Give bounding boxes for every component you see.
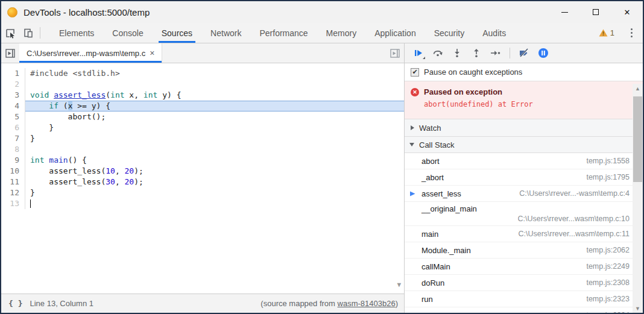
step-button[interactable]	[487, 45, 505, 61]
call-stack-frame-assert_less[interactable]: assert_lessC:\Users\rrever...-wasm\temp.…	[405, 186, 643, 202]
frame-location: temp.js:2062	[586, 246, 630, 254]
tab-security[interactable]: Security	[425, 23, 474, 43]
step-out-button[interactable]	[467, 45, 485, 61]
call-stack-frame-abort[interactable]: aborttemp.js:1558	[405, 153, 643, 169]
tab-audits[interactable]: Audits	[473, 23, 515, 43]
call-stack-frame-main[interactable]: mainC:\Users\rrever...wasm\temp.c:11	[405, 226, 643, 242]
code-line-2[interactable]: 2	[1, 79, 404, 90]
inspect-element-icon[interactable]	[1, 23, 19, 43]
pause-on-caught-checkbox[interactable]: ✔	[411, 68, 419, 77]
line-number[interactable]: 12	[1, 187, 25, 198]
code-line-5[interactable]: 5 abort();	[1, 111, 404, 122]
show-debugger-sidebar-icon[interactable]	[386, 43, 404, 63]
tab-application[interactable]: Application	[365, 23, 425, 43]
tab-memory[interactable]: Memory	[317, 23, 366, 43]
code-text: void assert_less(int x, int y) {	[25, 90, 404, 101]
debugger-sidebar: ✔ Pause on caught exceptions ✕ Paused on…	[405, 43, 643, 313]
tab-network[interactable]: Network	[201, 23, 250, 43]
code-line-1[interactable]: 1#include <stdlib.h>	[1, 68, 404, 79]
deactivate-breakpoints-button[interactable]	[515, 45, 533, 61]
line-number[interactable]: 5	[1, 111, 25, 122]
frame-name: assert_less	[421, 189, 461, 198]
collapse-arrow-icon	[411, 125, 414, 130]
code-line-13[interactable]: 13	[1, 198, 404, 209]
current-frame-arrow-icon	[409, 190, 416, 198]
line-number[interactable]: 1	[1, 68, 25, 79]
scroll-up-icon[interactable]: ▲	[633, 84, 643, 93]
editor-scroll-down-icon[interactable]: ▼	[397, 281, 401, 289]
frame-location: temp.js:2249	[586, 262, 630, 271]
line-number[interactable]: 7	[1, 133, 25, 144]
tab-elements[interactable]: Elements	[50, 23, 103, 43]
call-stack-frame-callMain[interactable]: callMaintemp.js:2249	[405, 259, 643, 275]
sources-left-pane: C:\Users\rrever...mp-wasm\temp.c × 1#inc…	[1, 43, 405, 313]
code-line-12[interactable]: 12}	[1, 187, 404, 198]
call-stack-frame-runCaller[interactable]: runCallertemp.js:2324	[405, 307, 643, 313]
title-bar: DevTools - localhost:5000/temp ✕	[1, 1, 643, 23]
call-stack-frame-doRun[interactable]: doRuntemp.js:2308	[405, 275, 643, 291]
tab-performance[interactable]: Performance	[250, 23, 317, 43]
tab-sources[interactable]: Sources	[153, 23, 201, 43]
code-line-7[interactable]: 7}	[1, 133, 404, 144]
frame-name: doRun	[421, 278, 444, 287]
code-line-11[interactable]: 11 assert_less(30, 20);	[1, 177, 404, 187]
call-stack-frame-_abort[interactable]: _aborttemp.js:1795	[405, 169, 643, 186]
app-icon	[7, 7, 17, 17]
line-number[interactable]: 9	[1, 155, 25, 166]
call-stack-frame-__original_main[interactable]: __original_mainC:\Users\rrever...wasm\te…	[405, 202, 643, 226]
sidebar-scrollbar[interactable]: ▲ ▼	[633, 84, 643, 313]
tab-console[interactable]: Console	[103, 23, 152, 43]
code-line-6[interactable]: 6 }	[1, 122, 404, 133]
console-warning-indicator[interactable]: 1	[595, 28, 618, 37]
code-text: int main() {	[25, 155, 404, 166]
line-number[interactable]: 11	[1, 177, 25, 187]
line-number[interactable]: 8	[1, 144, 25, 155]
code-text: if (x >= y) {	[25, 101, 404, 111]
line-number[interactable]: 2	[1, 79, 25, 90]
code-line-3[interactable]: 3void assert_less(int x, int y) {	[1, 90, 404, 101]
code-line-10[interactable]: 10 assert_less(10, 20);	[1, 166, 404, 177]
warning-count: 1	[610, 28, 614, 37]
code-line-9[interactable]: 9int main() {	[1, 155, 404, 166]
code-line-8[interactable]: 8	[1, 144, 404, 155]
step-into-button[interactable]	[448, 45, 466, 61]
pause-on-exceptions-button[interactable]	[534, 45, 552, 61]
frame-location: temp.js:2323	[586, 295, 630, 303]
panel-tabs: ElementsConsoleSourcesNetworkPerformance…	[50, 23, 515, 43]
file-tab-label: C:\Users\rrever...mp-wasm\temp.c	[27, 49, 145, 58]
more-options-icon[interactable]	[623, 28, 639, 37]
expand-arrow-icon	[409, 143, 414, 146]
code-line-4[interactable]: 4 if (x >= y) {	[1, 101, 404, 111]
cursor-position: Line 13, Column 1	[30, 299, 93, 308]
line-number[interactable]: 13	[1, 198, 25, 209]
code-text: }	[25, 133, 404, 144]
maximize-button[interactable]	[580, 1, 611, 23]
device-toolbar-icon[interactable]	[19, 23, 37, 43]
frame-location: temp.js:1795	[586, 173, 630, 181]
file-tab-temp-c[interactable]: C:\Users\rrever...mp-wasm\temp.c ×	[19, 43, 162, 63]
close-button[interactable]: ✕	[611, 1, 643, 23]
line-number[interactable]: 3	[1, 90, 25, 101]
call-stack-frame-Module._main[interactable]: Module._maintemp.js:2062	[405, 242, 643, 259]
watch-section-header[interactable]: Watch	[405, 119, 643, 136]
code-text: assert_less(10, 20);	[25, 166, 404, 177]
exception-message: abort(undefined) at Error	[424, 100, 636, 108]
resume-button[interactable]	[409, 45, 428, 61]
show-navigator-icon[interactable]	[1, 43, 19, 63]
call-stack-section-header[interactable]: Call Stack	[405, 136, 643, 153]
pretty-print-button[interactable]: { }	[1, 299, 30, 308]
line-number[interactable]: 10	[1, 166, 25, 177]
code-editor[interactable]: 1#include <stdlib.h>23void assert_less(i…	[1, 63, 404, 294]
line-number[interactable]: 6	[1, 122, 25, 133]
scrollbar-thumb[interactable]	[633, 96, 642, 182]
frame-name: main	[421, 230, 438, 239]
frame-name: __original_main	[421, 204, 630, 214]
minimize-button[interactable]	[549, 1, 580, 23]
scroll-down-icon[interactable]: ▼	[633, 304, 643, 313]
close-file-icon[interactable]: ×	[150, 49, 154, 57]
code-text: }	[25, 187, 404, 198]
source-map-link[interactable]: wasm-81403b26	[338, 299, 396, 308]
step-over-button[interactable]	[429, 45, 447, 61]
call-stack-frame-run[interactable]: runtemp.js:2323	[405, 291, 643, 307]
line-number[interactable]: 4	[1, 101, 25, 111]
